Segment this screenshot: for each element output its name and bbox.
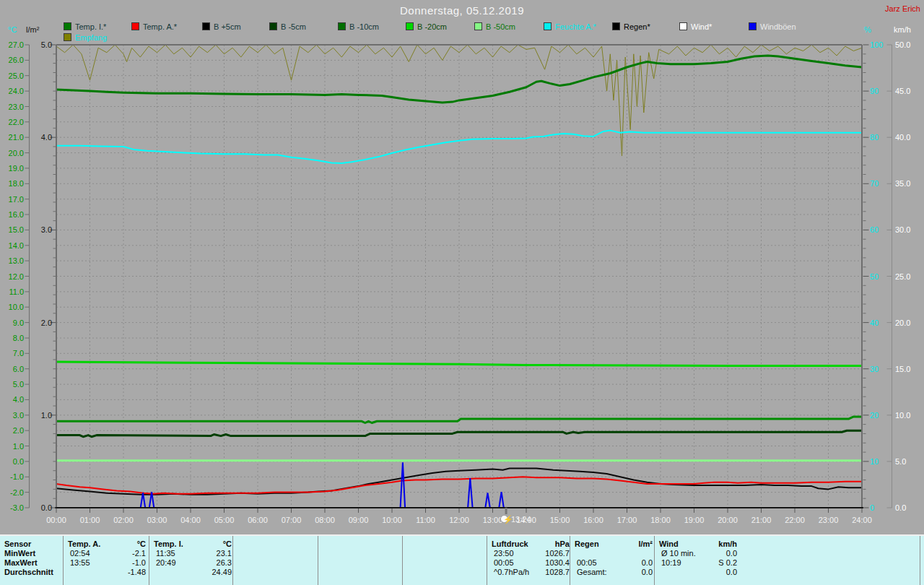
svg-text:5.0: 5.0 — [895, 457, 906, 466]
svg-text:20.0: 20.0 — [895, 318, 910, 327]
svg-text:07:00: 07:00 — [282, 516, 302, 524]
svg-text:24:00: 24:00 — [852, 516, 872, 524]
svg-text:3.0: 3.0 — [41, 225, 52, 234]
table-column-empty-2 — [233, 536, 318, 585]
statistics-table: SensorMinWertMaxWertDurchschnittTemp. A.… — [0, 534, 924, 585]
svg-text:8.0: 8.0 — [13, 334, 24, 342]
svg-text:100: 100 — [870, 40, 883, 49]
column-unit: l/m² — [638, 540, 653, 549]
table-column-regen: Regenl/m²00:050.0Gesamt:0.0 — [570, 536, 655, 585]
svg-text:13.0: 13.0 — [9, 256, 24, 265]
svg-text:50.0: 50.0 — [895, 40, 910, 49]
svg-text:-1.0: -1.0 — [10, 472, 24, 481]
cell-value: 1030.4 — [545, 558, 570, 568]
cell-time: 00:05 — [494, 558, 514, 568]
svg-text:2.0: 2.0 — [41, 318, 52, 327]
cell-value: -1.0 — [132, 558, 146, 568]
svg-text:19:00: 19:00 — [684, 516, 705, 524]
cell-value: S 0.2 — [718, 558, 737, 568]
table-column-temp-a-: Temp. A.°C02:54-2.113:55-1.0-1.48 — [64, 536, 149, 585]
svg-text:80: 80 — [870, 133, 879, 142]
svg-text:19.0: 19.0 — [9, 164, 24, 173]
cell-time: 20:49 — [156, 558, 176, 568]
cell-time: Ø 10 min. — [661, 549, 696, 558]
cell-value: 0.0 — [642, 568, 653, 577]
svg-text:0: 0 — [870, 503, 874, 512]
svg-text:10.0: 10.0 — [895, 411, 910, 420]
weather-logger-window: Donnerstag, 05.12.2019 Jarz Erich Temp. … — [0, 0, 924, 585]
column-sensor-name: Regen — [575, 540, 599, 549]
svg-text:03:00: 03:00 — [147, 516, 167, 524]
table-column-luftdruck: LuftdruckhPa23:501026.700:051030.4^0.7hP… — [487, 536, 570, 585]
svg-text:25.0: 25.0 — [9, 72, 24, 80]
svg-text:30.0: 30.0 — [895, 225, 910, 234]
svg-text:3.0: 3.0 — [13, 411, 24, 420]
svg-text:45.0: 45.0 — [895, 87, 910, 95]
svg-text:26.0: 26.0 — [9, 56, 24, 64]
table-row-labels: SensorMinWertMaxWertDurchschnitt — [0, 536, 64, 585]
column-unit: °C — [137, 540, 146, 549]
table-column-empty-3 — [318, 536, 403, 585]
cell-value: 26.3 — [217, 558, 232, 568]
cell-value: -1.48 — [128, 568, 146, 577]
svg-text:10.0: 10.0 — [9, 303, 24, 311]
column-sensor-name: Temp. A. — [68, 540, 100, 549]
svg-text:04:00: 04:00 — [180, 516, 201, 524]
svg-text:27.0: 27.0 — [9, 40, 24, 49]
svg-text:21:00: 21:00 — [751, 516, 772, 524]
svg-text:40: 40 — [870, 318, 879, 327]
svg-text:24.0: 24.0 — [9, 87, 24, 95]
svg-text:4.0: 4.0 — [41, 133, 52, 142]
svg-text:16:00: 16:00 — [583, 516, 603, 524]
svg-text:5.0: 5.0 — [41, 40, 52, 49]
svg-text:08:00: 08:00 — [315, 516, 335, 524]
svg-text:02:00: 02:00 — [113, 516, 134, 524]
cell-value: 23.1 — [217, 549, 232, 558]
row-label: Durchschnitt — [0, 568, 63, 577]
svg-text:25.0: 25.0 — [895, 272, 910, 281]
time-cursor-marker[interactable]: ⚡ 13:24 — [500, 514, 531, 524]
svg-text:15.0: 15.0 — [9, 225, 24, 234]
svg-text:6.0: 6.0 — [13, 365, 24, 373]
cell-time: 13:55 — [70, 558, 90, 568]
svg-text:15:00: 15:00 — [550, 516, 570, 524]
svg-text:21.0: 21.0 — [9, 133, 24, 142]
svg-text:5.0: 5.0 — [13, 380, 24, 389]
cell-value: -2.1 — [132, 549, 146, 558]
svg-text:10: 10 — [870, 457, 879, 466]
time-cursor-label: 13:24 — [511, 515, 531, 524]
svg-text:9.0: 9.0 — [13, 318, 24, 327]
cell-value: 0.0 — [642, 558, 653, 568]
column-sensor-name: Wind — [659, 540, 679, 549]
svg-text:11:00: 11:00 — [416, 516, 435, 524]
svg-text:70: 70 — [870, 179, 879, 188]
svg-text:01:00: 01:00 — [80, 516, 100, 524]
cell-value: 0.0 — [726, 568, 737, 577]
svg-text:22.0: 22.0 — [9, 118, 24, 126]
svg-text:2.0: 2.0 — [13, 426, 24, 435]
svg-text:1.0: 1.0 — [41, 411, 52, 420]
svg-text:20: 20 — [870, 411, 879, 420]
column-sensor-name: Luftdruck — [492, 540, 528, 549]
svg-text:0.0: 0.0 — [41, 503, 52, 512]
svg-text:1.0: 1.0 — [13, 442, 24, 451]
cursor-flash-icon: ⚡ — [500, 514, 511, 524]
svg-text:06:00: 06:00 — [248, 516, 268, 524]
svg-text:4.0: 4.0 — [13, 395, 24, 404]
row-label: MaxWert — [0, 558, 63, 568]
svg-text:10:00: 10:00 — [382, 516, 402, 524]
svg-text:0.0: 0.0 — [13, 457, 24, 466]
svg-text:7.0: 7.0 — [13, 349, 24, 358]
svg-text:17:00: 17:00 — [617, 516, 637, 524]
svg-text:12.0: 12.0 — [9, 272, 24, 281]
svg-text:23.0: 23.0 — [9, 103, 24, 111]
svg-text:40.0: 40.0 — [895, 133, 910, 142]
cell-time: ^0.7hPa/h — [494, 568, 529, 577]
column-unit: °C — [223, 540, 232, 549]
svg-text:18:00: 18:00 — [650, 516, 671, 524]
svg-text:30: 30 — [870, 365, 879, 373]
cell-time: 11:35 — [156, 549, 175, 558]
svg-text:90: 90 — [870, 87, 879, 95]
svg-text:23:00: 23:00 — [819, 516, 839, 524]
svg-text:-3.0: -3.0 — [10, 503, 24, 512]
